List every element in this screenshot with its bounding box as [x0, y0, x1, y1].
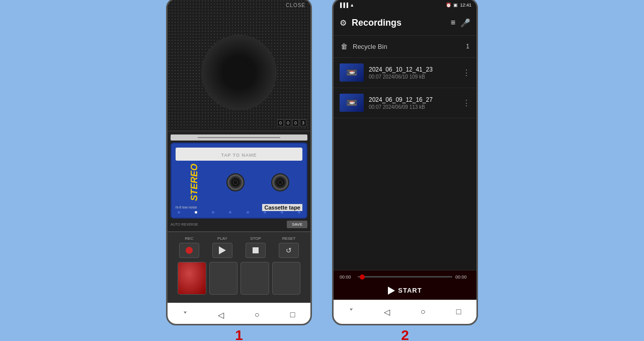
reel-center-left [233, 180, 238, 185]
recordings-list: 📼 2024_06_10_12_41_23 00:07 2024/06/10 1… [334, 58, 476, 270]
counter-digit-1: 0 [277, 119, 284, 126]
stop-button[interactable] [246, 243, 266, 258]
phone1-device: CLOSE 0 0 0 3 TAP TO NAME [166, 0, 312, 325]
stereo-label: STEREO [189, 164, 200, 201]
cassette-bottom-row: AUTO REVERSE SAVE [171, 221, 307, 228]
pad-2[interactable] [209, 262, 238, 295]
stop-label: STOP [243, 236, 268, 241]
nav-bar-2: ˅ ◁ ○ □ [334, 300, 476, 324]
start-label: START [398, 287, 422, 294]
cassette-dot-2 [195, 211, 197, 214]
progress-bar[interactable] [358, 276, 452, 278]
play-triangle-icon [219, 246, 226, 254]
close-button[interactable]: CLOSE [286, 3, 305, 8]
transport-labels: REC PLAY STOP RESET [173, 236, 305, 241]
save-button[interactable]: SAVE [287, 221, 307, 228]
transport-section: REC PLAY STOP RESET ↺ [168, 231, 310, 303]
recording-item-1[interactable]: 📼 2024_06_09_12_16_27 00:07 2024/06/09 1… [334, 88, 476, 118]
nav2-back-icon[interactable]: ◁ [384, 307, 390, 317]
cassette-tape-text: Cassette tape [262, 204, 302, 211]
transport-buttons: ↺ [173, 243, 305, 258]
nav2-square-icon[interactable]: □ [456, 307, 461, 316]
counter-display: 0 0 0 3 [277, 119, 306, 126]
pad-1[interactable] [178, 262, 206, 295]
pad-4[interactable] [272, 262, 301, 295]
recording-info-1: 2024_06_09_12_16_27 00:07 2024/06/09 113… [369, 96, 457, 110]
cassette-label[interactable]: TAP TO NAME [176, 148, 302, 161]
cassette-dot-4 [229, 211, 231, 214]
alarm-icon: ⏰ [446, 3, 451, 8]
nav-bar-1: ˅ ◁ ○ □ [168, 303, 310, 325]
recording-item-0[interactable]: 📼 2024_06_10_12_41_23 00:07 2024/06/10 1… [334, 58, 476, 88]
rec-label: REC [177, 236, 202, 241]
tape-reel-area [171, 134, 307, 141]
cassette-info: hi-fi low noise Cassette tape [176, 204, 302, 211]
nav-back-icon[interactable]: ◁ [218, 310, 224, 320]
cassette-reels: STEREO [176, 164, 302, 201]
nav2-home-icon[interactable]: ○ [421, 307, 426, 316]
nav-chevron-down-icon[interactable]: ˅ [183, 310, 187, 320]
recording-meta-1: 00:07 2024/06/09 113 kB [369, 104, 457, 110]
recycle-bin-count: 1 [466, 43, 469, 50]
nav-home-icon[interactable]: ○ [255, 310, 260, 319]
recording-more-button-0[interactable]: ⋮ [462, 68, 470, 78]
wifi-icon: ▲ [350, 3, 354, 8]
recording-meta-0: 00:07 2024/06/10 109 kB [369, 74, 457, 80]
rec-button[interactable] [179, 243, 199, 258]
recording-thumbnail-1: 📼 [340, 94, 364, 112]
recording-info-0: 2024_06_10_12_41_23 00:07 2024/06/10 109… [369, 66, 457, 80]
filter-icon[interactable]: ≡ [451, 18, 455, 27]
reset-icon: ↺ [286, 246, 292, 254]
recording-name-0: 2024_06_10_12_41_23 [369, 66, 457, 73]
reel-right [271, 173, 289, 191]
stop-square-icon [253, 247, 259, 253]
pad-3[interactable] [240, 262, 269, 295]
recycle-bin-row[interactable]: 🗑 Recycle Bin 1 [334, 36, 476, 58]
cassette-dot-3 [212, 211, 214, 214]
counter-digit-2: 0 [285, 119, 291, 126]
hi-fi-text: hi-fi low noise [176, 206, 197, 209]
recording-thumbnail-0: 📼 [340, 63, 364, 82]
recycle-bin-icon: 🗑 [341, 42, 348, 50]
cassette-dot-5 [247, 211, 249, 214]
time-start: 00:00 [340, 275, 355, 280]
rec-dot-icon [186, 247, 193, 254]
phone2-label: 2 [401, 327, 409, 342]
status-time: 12:41 [460, 3, 471, 8]
start-button[interactable]: START [340, 284, 470, 298]
status-left: ▐▐▐ ▲ [339, 3, 354, 8]
play-label: PLAY [210, 236, 235, 241]
recycle-bin-label: Recycle Bin [353, 43, 461, 50]
reset-label: RESET [276, 236, 301, 241]
nav-square-icon[interactable]: □ [290, 310, 295, 319]
pads-section [173, 262, 305, 299]
recordings-header: ⚙ Recordings ≡ 🎤 [334, 11, 476, 36]
counter-digit-3: 0 [292, 119, 299, 126]
speaker-shadow [201, 35, 277, 110]
play-button[interactable] [212, 243, 232, 258]
settings-icon[interactable]: ⚙ [340, 18, 347, 28]
recording-more-button-1[interactable]: ⋮ [462, 98, 470, 108]
status-bar: ▐▐▐ ▲ ⏰ ▣ 12:41 [334, 0, 476, 11]
phone1-label: 1 [235, 327, 243, 342]
speaker-grille [168, 0, 310, 130]
speaker-section: CLOSE 0 0 0 3 [168, 0, 310, 130]
cassette-body: TAP TO NAME STEREO hi-fi low noise Cas [171, 143, 307, 219]
status-right: ⏰ ▣ 12:41 [446, 3, 471, 8]
microphone-icon[interactable]: 🎤 [460, 18, 470, 28]
cassette-dot-6 [264, 211, 266, 214]
thumb-inner-0: 📼 [340, 63, 364, 82]
cassette-dots [176, 211, 302, 214]
nav2-chevron-down-icon[interactable]: ˅ [349, 307, 353, 317]
cassette-dot-8 [298, 211, 300, 214]
reel-left [226, 173, 245, 191]
progress-row: 00:00 00:00 [340, 275, 470, 280]
start-play-icon [388, 287, 395, 295]
time-end: 00:00 [455, 275, 470, 280]
cassette-section: TAP TO NAME STEREO hi-fi low noise Cas [168, 130, 310, 231]
thumb-inner-1: 📼 [340, 94, 364, 112]
cassette-dot-1 [178, 211, 180, 214]
cassette-dot-7 [281, 211, 283, 214]
thumb-cassette-icon-0: 📼 [346, 67, 357, 78]
reset-button[interactable]: ↺ [279, 243, 299, 258]
